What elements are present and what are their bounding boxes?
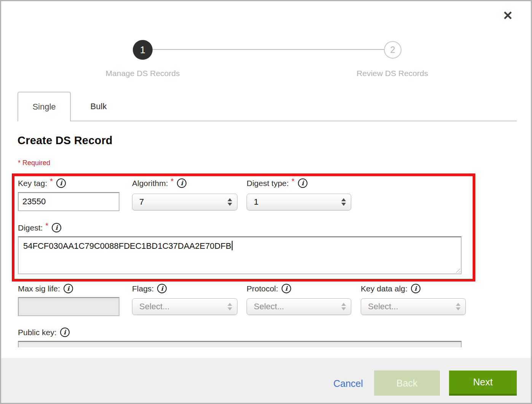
public-key-label-text: Public key: xyxy=(18,328,57,337)
next-button[interactable]: Next xyxy=(449,371,517,396)
info-icon[interactable]: i xyxy=(56,178,66,188)
required-note: * Required xyxy=(18,159,50,167)
step-2-label: Review DS Records xyxy=(328,69,457,78)
digest-type-select-value: 1 xyxy=(254,197,341,207)
max-sig-life-label-text: Max sig life: xyxy=(18,284,60,293)
digest-label-text: Digest: xyxy=(18,223,43,232)
close-icon[interactable]: ✕ xyxy=(503,10,513,22)
resize-handle-icon[interactable] xyxy=(454,266,460,273)
info-icon[interactable]: i xyxy=(52,223,61,232)
public-key-label: Public key: i xyxy=(18,328,70,337)
digest-value: 54FCF030AA1C79C0088FDEC1BD1C37DAA2E70DFB xyxy=(23,241,231,251)
step-1-label: Manage DS Records xyxy=(78,69,207,78)
back-button[interactable]: Back xyxy=(374,371,440,396)
protocol-select[interactable]: Select... xyxy=(247,298,351,315)
algorithm-label-text: Algorithm: xyxy=(132,179,168,188)
key-tag-label-text: Key tag: xyxy=(18,179,47,188)
digest-required-asterisk: * xyxy=(45,221,48,230)
protocol-label: Protocol: i xyxy=(247,284,291,293)
select-arrows-icon xyxy=(228,303,232,310)
key-data-alg-select-value: Select... xyxy=(368,302,456,312)
text-cursor xyxy=(232,241,233,250)
info-icon[interactable]: i xyxy=(282,284,291,293)
flags-select-value: Select... xyxy=(139,302,228,312)
max-sig-life-label: Max sig life: i xyxy=(18,284,73,293)
select-arrows-icon xyxy=(228,198,232,206)
tab-single[interactable]: Single xyxy=(18,92,71,121)
info-icon[interactable]: i xyxy=(298,178,307,188)
key-tag-input[interactable] xyxy=(18,192,119,211)
key-tag-required-asterisk: * xyxy=(50,177,53,186)
select-arrows-icon xyxy=(341,303,346,310)
key-data-alg-label: Key data alg: i xyxy=(361,284,421,293)
tab-bulk[interactable]: Bulk xyxy=(71,92,126,121)
step-2-circle: 2 xyxy=(384,41,401,59)
algorithm-select[interactable]: 7 xyxy=(132,194,237,210)
digest-type-select[interactable]: 1 xyxy=(247,194,351,210)
info-icon[interactable]: i xyxy=(157,284,167,293)
tabs-divider-line xyxy=(18,121,517,121)
create-ds-record-modal: ✕ 1 2 Manage DS Records Review DS Record… xyxy=(0,0,532,404)
algorithm-select-value: 7 xyxy=(139,197,228,207)
public-key-textarea[interactable] xyxy=(18,341,462,347)
info-icon[interactable]: i xyxy=(60,328,70,337)
info-icon[interactable]: i xyxy=(177,178,186,188)
digest-type-required-asterisk: * xyxy=(291,177,295,186)
protocol-label-text: Protocol: xyxy=(247,284,278,293)
key-tag-label: Key tag: * i xyxy=(18,178,66,188)
stepper-connector-line xyxy=(152,49,385,50)
algorithm-label: Algorithm: * i xyxy=(132,178,186,188)
max-sig-life-input[interactable] xyxy=(18,297,119,316)
info-icon[interactable]: i xyxy=(64,284,73,293)
digest-textarea[interactable]: 54FCF030AA1C79C0088FDEC1BD1C37DAA2E70DFB xyxy=(18,236,462,274)
flags-label-text: Flags: xyxy=(132,284,154,293)
digest-type-label: Digest type: * i xyxy=(247,178,307,188)
digest-type-label-text: Digest type: xyxy=(247,179,289,188)
algorithm-required-asterisk: * xyxy=(171,177,174,186)
info-icon[interactable]: i xyxy=(411,284,421,293)
flags-label: Flags: i xyxy=(132,284,167,293)
key-data-alg-label-text: Key data alg: xyxy=(361,284,408,293)
page-title: Create DS Record xyxy=(18,134,113,147)
key-data-alg-select[interactable]: Select... xyxy=(361,298,466,315)
flags-select[interactable]: Select... xyxy=(132,298,237,315)
step-1-circle: 1 xyxy=(133,40,153,60)
cancel-button[interactable]: Cancel xyxy=(333,378,363,389)
select-arrows-icon xyxy=(341,198,346,206)
digest-label: Digest: * i xyxy=(18,223,61,232)
select-arrows-icon xyxy=(456,303,460,310)
protocol-select-value: Select... xyxy=(254,302,341,312)
